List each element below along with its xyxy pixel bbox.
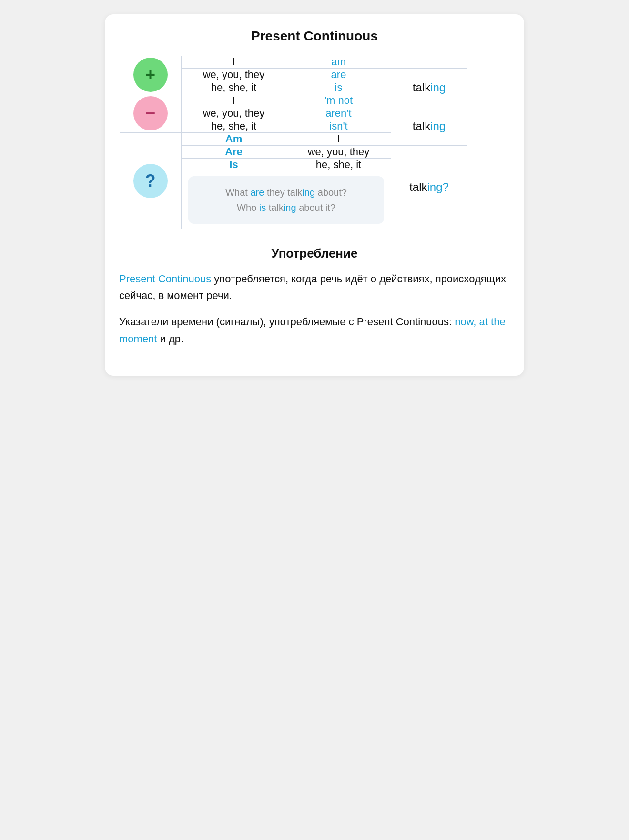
verb-cell: we, you, they bbox=[286, 146, 391, 159]
minus-icon: − bbox=[133, 96, 168, 130]
verb-cell: are bbox=[286, 69, 391, 81]
example-blue-ing: ing bbox=[302, 187, 315, 198]
subject-cell: Is bbox=[182, 159, 286, 171]
ending-cell: talking bbox=[391, 69, 467, 107]
subject-cell: Are bbox=[182, 146, 286, 159]
verb-cell: he, she, it bbox=[286, 159, 391, 171]
verb-cell: I bbox=[286, 133, 391, 146]
usage-section: Употребление Present Continuous употребл… bbox=[119, 246, 510, 347]
example-text: What are they talking about? bbox=[200, 185, 373, 200]
subject-cell: Am bbox=[182, 133, 286, 146]
plus-icon: + bbox=[133, 58, 168, 92]
icon-cell-plus: + bbox=[120, 56, 182, 94]
grammar-table: +Iamwe, you, theyaretalkinghe, she, itis… bbox=[119, 55, 510, 229]
usage-p2-pre: Указатели времени (сигналы), употребляем… bbox=[119, 316, 455, 328]
verb-cell: isn't bbox=[286, 120, 391, 133]
verb-cell: aren't bbox=[286, 107, 391, 120]
table-row: +Iam bbox=[120, 56, 510, 69]
example-ending-spacer bbox=[467, 171, 510, 229]
ending-ing: ing? bbox=[427, 180, 448, 193]
subject-cell: he, she, it bbox=[182, 120, 286, 133]
example-cell: What are they talking about?Who is talki… bbox=[182, 171, 391, 229]
verb-cell: 'm not bbox=[286, 94, 391, 107]
question-icon: ? bbox=[133, 164, 168, 198]
ending-cell: talking? bbox=[391, 146, 467, 229]
icon-cell-minus: − bbox=[120, 94, 182, 133]
example-box: What are they talking about?Who is talki… bbox=[188, 176, 384, 224]
page-title: Present Continuous bbox=[119, 29, 510, 44]
page-container: Present Continuous +Iamwe, you, theyaret… bbox=[105, 14, 524, 376]
subject-cell: he, she, it bbox=[182, 81, 286, 94]
usage-p2-post: и др. bbox=[157, 333, 183, 345]
usage-paragraph-1: Present Continuous употребляется, когда … bbox=[119, 270, 510, 304]
example-blue-word: is bbox=[259, 202, 266, 213]
verb-cell: am bbox=[286, 56, 391, 69]
ending-cell: talking bbox=[391, 107, 467, 146]
example-text: Who is talking about it? bbox=[200, 200, 373, 215]
ending-base: talk bbox=[409, 180, 427, 193]
subject-cell: we, you, they bbox=[182, 69, 286, 81]
ending-ing: ing bbox=[430, 120, 446, 132]
usage-p1-blue: Present Continuous bbox=[119, 273, 211, 285]
subject-cell: I bbox=[182, 94, 286, 107]
icon-cell-question: ? bbox=[120, 133, 182, 229]
subject-cell: I bbox=[182, 56, 286, 69]
example-blue-word: are bbox=[250, 187, 264, 198]
ending-ing: ing bbox=[430, 81, 446, 94]
subject-cell: we, you, they bbox=[182, 107, 286, 120]
example-blue-ing: ing bbox=[284, 202, 296, 213]
ending-base: talk bbox=[413, 81, 430, 94]
ending-base: talk bbox=[413, 120, 430, 132]
verb-cell: is bbox=[286, 81, 391, 94]
usage-paragraph-2: Указатели времени (сигналы), употребляем… bbox=[119, 313, 510, 347]
usage-title: Употребление bbox=[119, 246, 510, 261]
